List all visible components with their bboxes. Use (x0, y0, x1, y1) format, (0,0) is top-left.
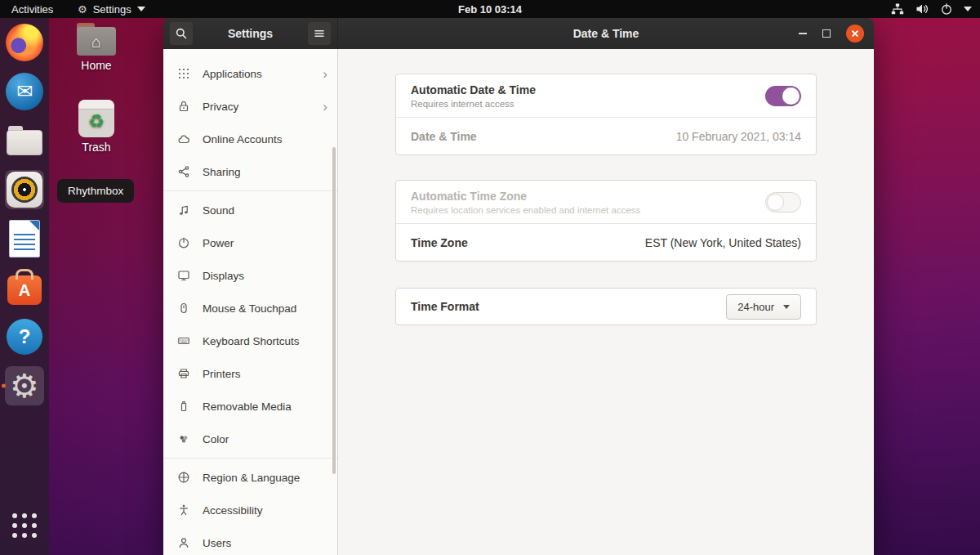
music-note-icon (177, 204, 190, 217)
dock-settings[interactable] (5, 366, 44, 405)
volume-icon (915, 3, 929, 15)
sidebar-item-label: Mouse & Touchpad (203, 302, 296, 315)
row-label: Date & Time (411, 130, 477, 143)
files-icon (7, 126, 42, 155)
ubuntu-software-icon (7, 275, 42, 305)
dock-help[interactable] (5, 317, 44, 356)
lock-icon (177, 100, 190, 113)
accessibility-icon (177, 504, 190, 517)
sidebar-separator (163, 190, 337, 191)
cloud-icon (177, 132, 190, 145)
sidebar-item-mouse-touchpad[interactable]: Mouse & Touchpad (163, 292, 337, 324)
maximize-button[interactable] (822, 29, 831, 38)
sidebar-item-label: Power (203, 237, 234, 249)
app-menu-label: Settings (93, 3, 131, 16)
keyboard-icon (177, 334, 190, 347)
sidebar-item-label: Printers (203, 368, 241, 380)
sidebar-item-power[interactable]: Power (163, 226, 337, 259)
system-tray[interactable] (891, 3, 972, 15)
desktop-icon-trash[interactable]: Trash (67, 100, 126, 154)
close-button[interactable] (846, 25, 864, 43)
firefox-icon (6, 24, 43, 61)
main-header: Date & Time (338, 18, 874, 49)
row-value: EST (New York, United States) (645, 236, 801, 249)
sidebar-item-sharing[interactable]: Sharing (163, 155, 337, 188)
share-icon (177, 165, 190, 178)
time-format-dropdown[interactable]: 24-hour (726, 294, 801, 320)
trash-label: Trash (67, 141, 126, 154)
dock-tooltip: Rhythmbox (57, 179, 134, 203)
thunderbird-icon (6, 73, 43, 110)
power-icon (177, 236, 190, 249)
gear-icon (78, 3, 87, 16)
time-format-row: Time Format 24-hour (396, 289, 816, 324)
settings-gear-icon (10, 369, 39, 402)
clock-menu[interactable]: Feb 10 03:14 (458, 3, 522, 16)
sidebar-separator (163, 458, 337, 459)
sidebar-item-color[interactable]: Color (163, 423, 337, 455)
sidebar-item-privacy[interactable]: Privacy (163, 90, 337, 123)
row-text: Automatic Time Zone Requires location se… (411, 189, 640, 214)
desktop-icon-home[interactable]: Home (67, 23, 126, 72)
sidebar-item-label: Applications (203, 68, 262, 80)
chevron-right-icon (323, 100, 327, 114)
sidebar-item-accessibility[interactable]: Accessibility (163, 494, 337, 526)
dock-rhythmbox[interactable] (5, 170, 44, 209)
sidebar-item-label: Displays (203, 270, 244, 282)
globe-icon (177, 471, 190, 484)
row-value: 10 February 2021, 03:14 (676, 130, 801, 143)
toggle-knob (782, 87, 800, 105)
sidebar-item-sound[interactable]: Sound (163, 194, 337, 226)
chevron-down-icon (783, 305, 790, 309)
sidebar-item-region-language[interactable]: Region & Language (163, 461, 337, 494)
automatic-datetime-row[interactable]: Automatic Date & Time Requires internet … (396, 74, 816, 117)
automatic-datetime-toggle[interactable] (765, 86, 801, 106)
display-icon (177, 269, 190, 282)
dock-show-applications[interactable] (5, 506, 44, 545)
app-menu-button[interactable]: Settings (78, 3, 145, 16)
settings-sidebar: Applications Privacy Online Accounts Sha… (163, 49, 338, 555)
dropdown-value: 24-hour (737, 301, 774, 313)
sidebar-scrollbar[interactable] (332, 147, 336, 474)
datetime-settings-panel: Automatic Date & Time Requires internet … (338, 49, 874, 555)
sidebar-item-label: Color (203, 433, 229, 445)
top-bar: Activities Settings Feb 10 03:14 (0, 0, 980, 18)
home-folder-icon (77, 23, 116, 56)
sidebar-item-label: Privacy (203, 101, 238, 113)
toggle-knob (767, 194, 784, 211)
power-icon (941, 3, 952, 15)
sidebar-item-label: Sharing (203, 166, 241, 178)
sidebar-item-displays[interactable]: Displays (163, 259, 337, 292)
users-icon (177, 536, 190, 549)
chevron-right-icon (323, 67, 327, 81)
rhythmbox-icon (7, 172, 42, 208)
sidebar-item-online-accounts[interactable]: Online Accounts (163, 123, 337, 155)
dock-thunderbird[interactable] (5, 72, 44, 111)
dock-files[interactable] (5, 121, 44, 160)
sidebar-header: Settings (163, 18, 338, 49)
sidebar-item-applications[interactable]: Applications (163, 57, 337, 90)
minimize-button[interactable] (799, 33, 807, 34)
dock-firefox[interactable] (5, 23, 44, 62)
row-label: Time Zone (411, 236, 468, 249)
sidebar-item-removable-media[interactable]: Removable Media (163, 390, 337, 423)
automatic-timezone-toggle[interactable] (765, 192, 801, 213)
datetime-row[interactable]: Date & Time 10 February 2021, 03:14 (396, 117, 816, 154)
settings-window: Settings Date & Time Applications (163, 18, 874, 555)
window-titlebar[interactable]: Settings Date & Time (163, 18, 874, 50)
row-title: Automatic Date & Time (411, 83, 536, 97)
sidebar-item-users[interactable]: Users (163, 526, 337, 555)
sidebar-item-keyboard-shortcuts[interactable]: Keyboard Shortcuts (163, 324, 337, 357)
printer-icon (177, 367, 190, 380)
sidebar-item-printers[interactable]: Printers (163, 357, 337, 390)
color-icon (177, 432, 190, 445)
dock-ubuntu-software[interactable] (5, 268, 44, 307)
ubuntu-desktop: Activities Settings Feb 10 03:14 Home (0, 0, 980, 555)
home-label: Home (67, 59, 126, 72)
menu-button[interactable] (308, 22, 331, 45)
activities-button[interactable]: Activities (8, 3, 56, 16)
timezone-row[interactable]: Time Zone EST (New York, United States) (396, 223, 816, 261)
automatic-timezone-row[interactable]: Automatic Time Zone Requires location se… (396, 181, 816, 223)
dock-libreoffice-writer[interactable] (5, 219, 44, 258)
libreoffice-writer-icon (9, 220, 40, 257)
